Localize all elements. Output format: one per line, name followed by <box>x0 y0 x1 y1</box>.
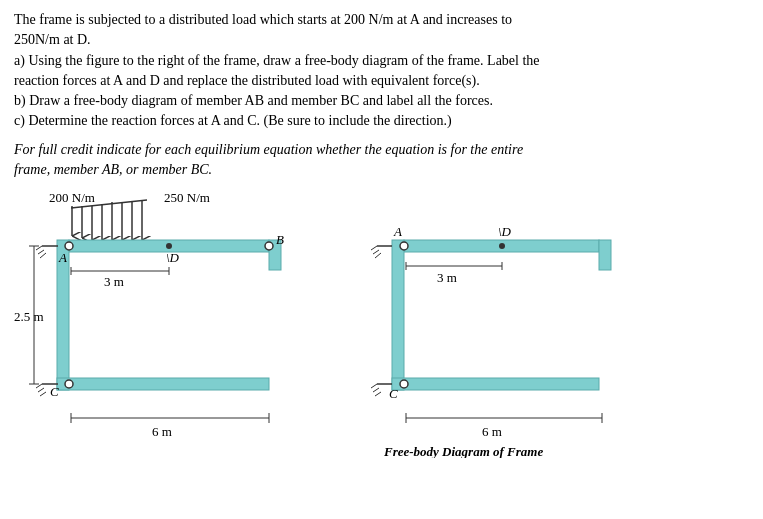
label-250nm: 250 N/m <box>164 190 210 205</box>
italic-line2: frame, member AB, or member BC. <box>14 162 212 177</box>
left-diagram-svg: 200 N/m 250 N/m <box>14 188 324 458</box>
partA2: reaction forces at A and D and replace t… <box>14 73 480 88</box>
svg-line-41 <box>375 392 381 396</box>
pin-C-right <box>400 380 408 388</box>
svg-line-20 <box>40 392 46 396</box>
svg-line-35 <box>371 246 377 250</box>
svg-line-16 <box>40 253 46 258</box>
svg-line-14 <box>36 246 42 250</box>
right-diagram: A \D C 3 m 6 m Free-body Diagram <box>354 188 634 462</box>
italic-note: For full credit indicate for each equili… <box>14 140 749 181</box>
left-dim-6m: 6 m <box>152 424 172 439</box>
right-diagram-svg: A \D C 3 m 6 m Free-body Diagram <box>354 188 634 458</box>
svg-line-15 <box>38 250 44 254</box>
left-diagram: 200 N/m 250 N/m <box>14 188 324 462</box>
svg-line-37 <box>375 253 381 258</box>
line2: 250N/m at D. <box>14 32 91 47</box>
svg-line-39 <box>371 384 377 388</box>
right-label-A: A <box>393 224 402 239</box>
svg-rect-32 <box>392 378 599 390</box>
dot-D-left <box>166 243 172 249</box>
line1: The frame is subjected to a distributed … <box>14 12 512 27</box>
right-dim-6m: 6 m <box>482 424 502 439</box>
partB: b) Draw a free-body diagram of member AB… <box>14 93 493 108</box>
left-label-C: C <box>50 384 59 399</box>
left-label-B: B <box>276 232 284 247</box>
right-label-C: C <box>389 386 398 401</box>
left-dim-3m-top: 3 m <box>104 274 124 289</box>
right-label-D: \D <box>498 224 512 239</box>
svg-rect-33 <box>599 240 611 270</box>
dot-D-right <box>499 243 505 249</box>
diagrams-area: 200 N/m 250 N/m <box>14 188 749 462</box>
pin-A-left <box>65 242 73 250</box>
left-label-A: A <box>58 250 67 265</box>
label-200nm: 200 N/m <box>49 190 95 205</box>
pin-A-right <box>400 242 408 250</box>
svg-rect-11 <box>57 378 269 390</box>
problem-text: The frame is subjected to a distributed … <box>14 10 749 132</box>
right-dim-3m: 3 m <box>437 270 457 285</box>
partC: c) Determine the reaction forces at A an… <box>14 113 452 128</box>
right-caption: Free-body Diagram of Frame <box>383 444 543 458</box>
partA: a) Using the figure to the right of the … <box>14 53 540 68</box>
pin-B-left <box>265 242 273 250</box>
svg-line-18 <box>36 384 42 388</box>
pin-C-left <box>65 380 73 388</box>
svg-line-36 <box>373 250 379 254</box>
svg-rect-31 <box>392 240 404 390</box>
italic-line1: For full credit indicate for each equili… <box>14 142 523 157</box>
left-dim-25m: 2.5 m <box>14 309 44 324</box>
left-label-D: \D <box>166 250 180 265</box>
svg-line-19 <box>38 388 44 392</box>
svg-line-40 <box>373 388 379 392</box>
